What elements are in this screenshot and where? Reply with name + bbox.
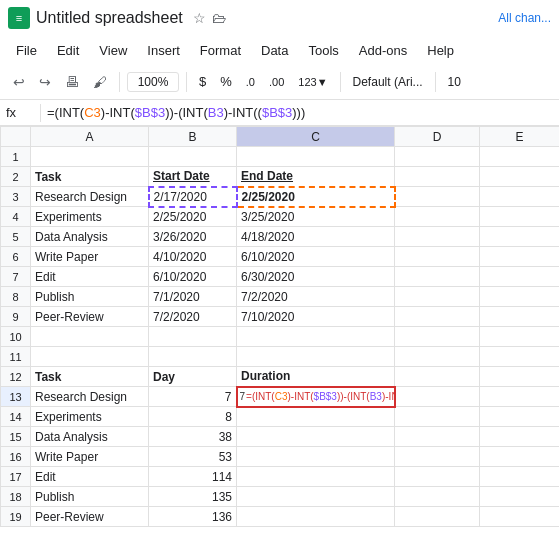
cell-b14[interactable]: 8 <box>149 407 237 427</box>
cell-d2[interactable] <box>395 167 480 187</box>
cell-a11[interactable] <box>31 347 149 367</box>
cell-b17[interactable]: 114 <box>149 467 237 487</box>
cell-d5[interactable] <box>395 227 480 247</box>
cell-e1[interactable] <box>480 147 560 167</box>
cell-b15[interactable]: 38 <box>149 427 237 447</box>
cell-a12[interactable]: Task <box>31 367 149 387</box>
cell-a19[interactable]: Peer-Review <box>31 507 149 527</box>
currency-button[interactable]: $ <box>194 72 211 91</box>
cell-d3[interactable] <box>395 187 480 207</box>
cell-d11[interactable] <box>395 347 480 367</box>
cell-c3[interactable]: 2/25/2020 <box>237 187 395 207</box>
cell-e2[interactable] <box>480 167 560 187</box>
cell-a3[interactable]: Research Design <box>31 187 149 207</box>
cell-b11[interactable] <box>149 347 237 367</box>
font-family-select[interactable]: Default (Ari... <box>348 72 428 92</box>
cell-e14[interactable] <box>480 407 560 427</box>
cell-c15[interactable] <box>237 427 395 447</box>
cell-a7[interactable]: Edit <box>31 267 149 287</box>
cell-c1[interactable] <box>237 147 395 167</box>
cell-e12[interactable] <box>480 367 560 387</box>
col-header-e[interactable]: E <box>480 127 560 147</box>
cell-e18[interactable] <box>480 487 560 507</box>
cell-a16[interactable]: Write Paper <box>31 447 149 467</box>
cell-c16[interactable] <box>237 447 395 467</box>
undo-button[interactable]: ↩ <box>8 71 30 93</box>
cell-b18[interactable]: 135 <box>149 487 237 507</box>
decimal-add-button[interactable]: .00 <box>264 74 289 90</box>
cell-a4[interactable]: Experiments <box>31 207 149 227</box>
menu-edit[interactable]: Edit <box>49 41 87 60</box>
cell-d9[interactable] <box>395 307 480 327</box>
menu-data[interactable]: Data <box>253 41 296 60</box>
col-header-c[interactable]: C <box>237 127 395 147</box>
cell-e7[interactable] <box>480 267 560 287</box>
cell-b2[interactable]: Start Date <box>149 167 237 187</box>
formula-content[interactable]: =(INT(C3)-INT($B$3))-(INT(B3)-INT(($B$3)… <box>47 105 553 120</box>
menu-insert[interactable]: Insert <box>139 41 188 60</box>
cell-e15[interactable] <box>480 427 560 447</box>
cell-e16[interactable] <box>480 447 560 467</box>
cell-c10[interactable] <box>237 327 395 347</box>
cell-c7[interactable]: 6/30/2020 <box>237 267 395 287</box>
cell-e10[interactable] <box>480 327 560 347</box>
cell-e19[interactable] <box>480 507 560 527</box>
cell-e13[interactable] <box>480 387 560 407</box>
cell-d4[interactable] <box>395 207 480 227</box>
cell-c9[interactable]: 7/10/2020 <box>237 307 395 327</box>
cell-d10[interactable] <box>395 327 480 347</box>
menu-file[interactable]: File <box>8 41 45 60</box>
cell-b7[interactable]: 6/10/2020 <box>149 267 237 287</box>
cell-d12[interactable] <box>395 367 480 387</box>
cell-b1[interactable] <box>149 147 237 167</box>
col-header-b[interactable]: B <box>149 127 237 147</box>
cell-a15[interactable]: Data Analysis <box>31 427 149 447</box>
cell-b6[interactable]: 4/10/2020 <box>149 247 237 267</box>
cell-e4[interactable] <box>480 207 560 227</box>
cell-a14[interactable]: Experiments <box>31 407 149 427</box>
cell-e11[interactable] <box>480 347 560 367</box>
cell-c13[interactable]: 7=(INT(C3)-INT($B$3))-(INT(B3)-INT(($B$3… <box>237 387 395 407</box>
cell-d6[interactable] <box>395 247 480 267</box>
cell-b9[interactable]: 7/2/2020 <box>149 307 237 327</box>
decimal-remove-button[interactable]: .0 <box>241 74 260 90</box>
print-button[interactable]: 🖶 <box>60 71 84 93</box>
spreadsheet-title[interactable]: Untitled spreadsheet <box>36 9 183 27</box>
cell-c17[interactable] <box>237 467 395 487</box>
cell-a10[interactable] <box>31 327 149 347</box>
cell-b13[interactable]: 7 <box>149 387 237 407</box>
redo-button[interactable]: ↪ <box>34 71 56 93</box>
cell-d14[interactable] <box>395 407 480 427</box>
cell-c12[interactable]: Duration <box>237 367 395 387</box>
cell-c14[interactable] <box>237 407 395 427</box>
more-formats-button[interactable]: 123▼ <box>293 74 332 90</box>
cell-a18[interactable]: Publish <box>31 487 149 507</box>
cell-a6[interactable]: Write Paper <box>31 247 149 267</box>
cell-d19[interactable] <box>395 507 480 527</box>
cell-b3[interactable]: 2/17/2020 <box>149 187 237 207</box>
cell-a5[interactable]: Data Analysis <box>31 227 149 247</box>
cell-d15[interactable] <box>395 427 480 447</box>
cell-c18[interactable] <box>237 487 395 507</box>
cell-c5[interactable]: 4/18/2020 <box>237 227 395 247</box>
cell-a1[interactable] <box>31 147 149 167</box>
cell-e8[interactable] <box>480 287 560 307</box>
cell-d7[interactable] <box>395 267 480 287</box>
cell-a2[interactable]: Task <box>31 167 149 187</box>
menu-tools[interactable]: Tools <box>300 41 346 60</box>
cell-d18[interactable] <box>395 487 480 507</box>
cell-e9[interactable] <box>480 307 560 327</box>
cell-d8[interactable] <box>395 287 480 307</box>
cell-e3[interactable] <box>480 187 560 207</box>
cell-c4[interactable]: 3/25/2020 <box>237 207 395 227</box>
font-size-select[interactable]: 10 <box>443 72 471 92</box>
menu-format[interactable]: Format <box>192 41 249 60</box>
cell-b4[interactable]: 2/25/2020 <box>149 207 237 227</box>
col-header-a[interactable]: A <box>31 127 149 147</box>
paint-format-button[interactable]: 🖌 <box>88 71 112 93</box>
cell-e6[interactable] <box>480 247 560 267</box>
cell-b8[interactable]: 7/1/2020 <box>149 287 237 307</box>
cell-c2[interactable]: End Date <box>237 167 395 187</box>
cell-c8[interactable]: 7/2/2020 <box>237 287 395 307</box>
cell-b19[interactable]: 136 <box>149 507 237 527</box>
